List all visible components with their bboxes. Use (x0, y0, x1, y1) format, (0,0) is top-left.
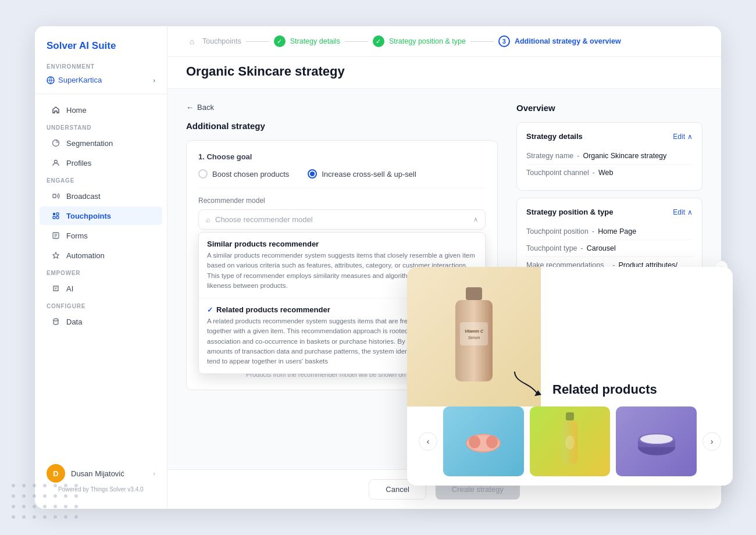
overview-section-header-details: Strategy details Edit ∧ (526, 132, 693, 141)
sidebar-item-broadcast[interactable]: Broadcast (40, 187, 162, 205)
recommender-label: Recommender model (198, 197, 486, 205)
home-step-icon: ⌂ (186, 35, 198, 47)
search-icon: ⌕ (206, 215, 211, 224)
check-icon-1: ✓ (274, 35, 286, 47)
overview-val-type: Carousel (587, 244, 616, 252)
app-logo: Solver AI Suite (35, 40, 167, 63)
wizard-step-strategy-details: ✓ Strategy details (274, 35, 340, 47)
option-similar-label: Similar products recommender (207, 240, 319, 248)
sidebar-divider-1 (35, 94, 167, 94)
sidebar-item-home[interactable]: Home (40, 101, 162, 119)
overview-section-header-position: Strategy position & type Edit ∧ (526, 208, 693, 216)
edit-label-details: Edit (673, 133, 685, 141)
automation-icon (51, 251, 60, 260)
facial-oil-svg (555, 412, 584, 470)
svg-rect-15 (460, 322, 488, 345)
touchpoints-icon (51, 211, 60, 220)
wizard-step-label: Additional strategy & overview (515, 37, 621, 45)
back-label: Back (197, 103, 214, 112)
chevron-up-details-icon: ∧ (687, 133, 693, 141)
wizard-step-touchpoints: ⌂ Touchpoints (186, 35, 241, 47)
edit-strategy-details-link[interactable]: Edit ∧ (673, 133, 693, 141)
radio-boost[interactable]: Boost chosen products (198, 169, 289, 179)
forms-icon (51, 231, 60, 240)
back-button[interactable]: ← Back (186, 103, 498, 112)
sidebar-item-label: Segmentation (66, 139, 113, 148)
svg-point-29 (640, 434, 673, 444)
product-thumb-2 (530, 406, 611, 476)
svg-rect-3 (53, 194, 56, 198)
sidebar-item-touchpoints[interactable]: Touchpoints (40, 206, 162, 225)
overview-key-position: Touchpoint position (526, 227, 589, 236)
left-panel-title: Additional strategy (186, 121, 498, 131)
wizard-step-additional: 3 Additional strategy & overview (498, 35, 621, 47)
curve-arrow-icon (509, 366, 544, 401)
sidebar-item-label: AI (66, 284, 73, 293)
sidebar-section-understand: UNDERSTAND (35, 120, 167, 133)
dash-2: - (593, 169, 595, 177)
sidebar-item-profiles[interactable]: Profiles (40, 154, 162, 172)
wizard-bar: ⌂ Touchpoints ✓ Strategy details ✓ Strat… (167, 26, 721, 57)
goal-section-title: 1. Choose goal (198, 152, 486, 161)
sidebar-item-label: Broadcast (66, 192, 101, 201)
sidebar-item-segmentation[interactable]: Segmentation (40, 134, 162, 152)
product-thumb-1 (443, 406, 524, 476)
sidebar-item-forms[interactable]: Forms (40, 226, 162, 245)
product-thumb-3 (616, 406, 697, 476)
overview-row-type: Touchpoint type - Carousel (526, 240, 693, 257)
dot-grid (12, 484, 83, 523)
edit-label-position: Edit (673, 208, 685, 216)
overview-val-strategy-name: Organic Skincare strategy (583, 152, 666, 160)
recommender-dropdown-trigger[interactable]: ⌕ Choose recommender model ∧ (198, 209, 486, 230)
broadcast-icon (51, 191, 60, 201)
sidebar-item-label: Data (66, 318, 82, 326)
sidebar-item-label: Home (66, 106, 87, 115)
user-name: Dusan Mijatović (71, 469, 124, 478)
sidebar-item-label: Forms (66, 231, 88, 240)
svg-point-21 (469, 436, 480, 448)
option-similar-title: Similar products recommender (207, 240, 477, 248)
radio-circle-cross-sell (308, 169, 317, 179)
overview-section-title-details: Strategy details (526, 132, 583, 141)
environment-name: SuperKartica (58, 76, 102, 84)
sidebar-item-data[interactable]: Data (40, 312, 162, 331)
sidebar-section-engage: ENGAGE (35, 173, 167, 186)
page-header: Organic Skincare strategy (167, 57, 721, 89)
option-related-label: Related products recommender (216, 305, 330, 314)
overview-key-strategy-name: Strategy name (526, 152, 573, 160)
wizard-divider-1 (246, 41, 269, 42)
radio-cross-sell[interactable]: Increase cross-sell & up-sell (308, 169, 416, 179)
overview-key-channel: Touchpoint channel (526, 169, 589, 177)
back-arrow-icon: ← (186, 103, 194, 112)
edit-strategy-position-link[interactable]: Edit ∧ (673, 208, 693, 216)
sidebar: Solver AI Suite ENVIRONMENT SuperKartica… (35, 26, 167, 509)
svg-point-22 (486, 436, 498, 448)
overview-row-position: Touchpoint position - Home Page (526, 223, 693, 240)
overview-val-position: Home Page (598, 227, 636, 236)
card-divider-1 (198, 188, 486, 188)
recommender-dropdown: ⌕ Choose recommender model ∧ Similar pro… (198, 209, 486, 230)
goal-radio-group: Boost chosen products Increase cross-sel… (198, 169, 486, 179)
overview-row-touchpoint-channel: Touchpoint channel - Web (526, 165, 693, 181)
cream-jar-svg (633, 424, 680, 459)
wizard-divider-2 (345, 41, 368, 42)
check-icon-2: ✓ (373, 35, 384, 47)
floating-prev-button[interactable]: ‹ (419, 432, 437, 451)
wizard-step-label: Strategy position & type (389, 37, 466, 45)
sidebar-item-automation[interactable]: Automation (40, 246, 162, 265)
chevron-right-icon: › (153, 77, 155, 84)
radio-label-cross-sell: Increase cross-sell & up-sell (322, 170, 416, 179)
floating-next-button[interactable]: › (702, 432, 721, 451)
environment-selector[interactable]: SuperKartica › (35, 72, 167, 88)
sidebar-section-configure: CONFIGURE (35, 298, 167, 312)
overview-strategy-details-card: Strategy details Edit ∧ Strategy name - … (516, 122, 702, 191)
step-number-icon: 3 (498, 35, 510, 47)
home-icon (51, 105, 60, 115)
overview-val-channel: Web (598, 169, 613, 177)
svg-point-2 (55, 160, 58, 163)
page-title: Organic Skincare strategy (186, 64, 702, 79)
sidebar-item-ai[interactable]: AI (40, 279, 162, 298)
floating-card-title: Related products (552, 382, 721, 397)
user-menu[interactable]: D Dusan Mijatović › (47, 464, 155, 483)
floating-card-top: Vitamin C Serum Related products (407, 267, 733, 406)
